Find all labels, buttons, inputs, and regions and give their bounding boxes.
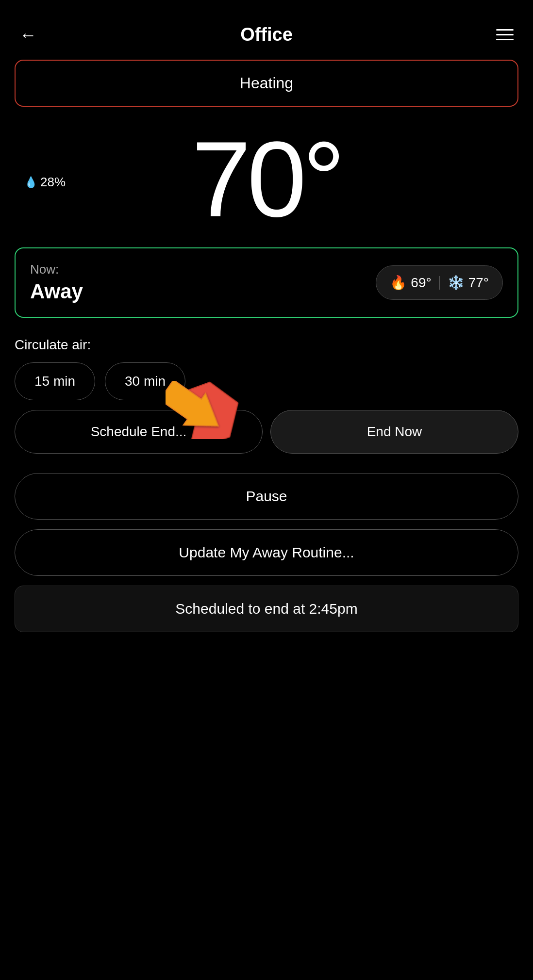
menu-button[interactable]	[496, 29, 514, 40]
heating-button[interactable]: Heating	[15, 60, 518, 107]
update-routine-button[interactable]: Update My Away Routine...	[15, 529, 518, 576]
now-label: Now:	[30, 262, 83, 277]
schedule-end-row-container: Schedule End... End Now	[15, 410, 518, 463]
schedule-end-button[interactable]: Schedule End...	[15, 410, 263, 454]
end-now-button[interactable]: End Now	[270, 410, 518, 454]
mode-info: Now: Away	[30, 262, 83, 303]
back-button[interactable]: ←	[19, 25, 37, 45]
heat-temp: 🔥 69°	[390, 275, 431, 291]
scheduled-end-button[interactable]: Scheduled to end at 2:45pm	[15, 586, 518, 632]
menu-line-2	[496, 34, 514, 35]
temperature-value: 70°	[192, 126, 342, 233]
pause-button[interactable]: Pause	[15, 473, 518, 520]
flame-icon: 🔥	[390, 275, 407, 291]
phone-container: ← Office Heating 💧 28% 70° Now: Away 🔥 6…	[0, 0, 533, 980]
heat-temp-value: 69°	[411, 275, 431, 291]
circulate-15min-button[interactable]: 15 min	[15, 362, 95, 400]
circulate-30min-button[interactable]: 30 min	[105, 362, 185, 400]
circulate-section: Circulate air: 15 min 30 min	[15, 337, 518, 400]
humidity-display: 💧 28%	[24, 175, 66, 190]
circulate-buttons: 15 min 30 min	[15, 362, 518, 400]
temperature-section: 💧 28% 70°	[15, 116, 518, 247]
now-away-card: Now: Away 🔥 69° ❄️ 77°	[15, 247, 518, 318]
humidity-drop-icon: 💧	[24, 176, 37, 188]
action-row: Schedule End... End Now	[15, 410, 518, 454]
cool-temp: ❄️ 77°	[448, 275, 489, 291]
snowflake-icon: ❄️	[448, 275, 465, 291]
menu-line-1	[496, 29, 514, 31]
cool-temp-value: 77°	[468, 275, 489, 291]
temp-divider	[439, 276, 440, 290]
menu-line-3	[496, 39, 514, 40]
header: ← Office	[15, 0, 518, 60]
circulate-label: Circulate air:	[15, 337, 518, 353]
humidity-value: 28%	[40, 175, 66, 190]
mode-label: Away	[30, 280, 83, 303]
temp-range-pill: 🔥 69° ❄️ 77°	[376, 265, 503, 300]
page-title: Office	[240, 24, 293, 45]
